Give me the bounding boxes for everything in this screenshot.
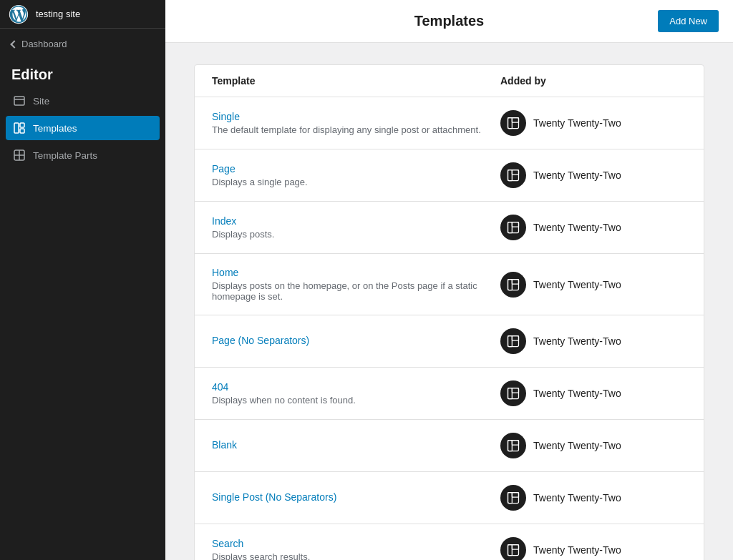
template-name[interactable]: Page (No Separators) xyxy=(212,335,500,346)
svg-rect-22 xyxy=(508,388,519,399)
template-name[interactable]: Single Post (No Separators) xyxy=(212,491,500,503)
template-name[interactable]: Blank xyxy=(212,439,500,451)
wp-logo-icon[interactable] xyxy=(9,4,29,24)
template-info: Single Post (No Separators) xyxy=(212,491,500,505)
template-info: Page (No Separators) xyxy=(212,335,500,348)
table-row[interactable]: 404 Displays when no content is found. T… xyxy=(195,368,704,420)
added-by-label: Twenty Twenty-Two xyxy=(533,440,621,451)
table-row[interactable]: Index Displays posts. Twenty Twenty-Two xyxy=(195,202,704,254)
svg-rect-9 xyxy=(512,118,518,123)
added-by-label: Twenty Twenty-Two xyxy=(533,388,621,399)
added-by-cell: Twenty Twenty-Two xyxy=(500,485,686,511)
template-info: Search Displays search results. xyxy=(212,538,500,560)
sidebar-header: testing site xyxy=(0,0,165,29)
sidebar-item-template-parts[interactable]: Template Parts xyxy=(6,143,160,167)
svg-rect-12 xyxy=(512,170,518,175)
topbar: Templates Add New xyxy=(165,0,733,43)
template-info: Blank xyxy=(212,439,500,453)
svg-rect-26 xyxy=(508,441,513,451)
svg-rect-15 xyxy=(512,222,518,227)
svg-rect-31 xyxy=(508,545,519,556)
svg-rect-11 xyxy=(508,170,513,181)
added-by-label: Twenty Twenty-Two xyxy=(533,335,621,347)
templates-table: Template Added by Single The default tem… xyxy=(194,64,704,560)
svg-rect-17 xyxy=(508,279,513,290)
svg-rect-16 xyxy=(508,279,519,290)
svg-rect-10 xyxy=(508,170,519,181)
site-icon xyxy=(13,94,26,107)
table-row[interactable]: Search Displays search results. Twenty T… xyxy=(195,524,704,560)
template-description: Displays posts. xyxy=(212,229,500,240)
added-by-label: Twenty Twenty-Two xyxy=(533,170,621,181)
svg-rect-3 xyxy=(14,123,19,133)
added-by-label: Twenty Twenty-Two xyxy=(533,222,621,233)
add-new-button[interactable]: Add New xyxy=(658,10,719,32)
template-name[interactable]: Index xyxy=(212,215,500,227)
template-description: Displays a single page. xyxy=(212,177,500,187)
added-by-cell: Twenty Twenty-Two xyxy=(500,272,686,298)
dashboard-link[interactable]: Dashboard xyxy=(0,29,165,59)
template-name[interactable]: Single xyxy=(212,111,500,122)
added-by-label: Twenty Twenty-Two xyxy=(533,544,621,556)
template-description: The default template for displaying any … xyxy=(212,124,500,135)
added-by-label: Twenty Twenty-Two xyxy=(533,279,621,290)
svg-rect-24 xyxy=(512,388,518,393)
dashboard-link-label: Dashboard xyxy=(21,39,67,49)
template-name[interactable]: Search xyxy=(212,538,500,549)
template-name[interactable]: Home xyxy=(212,267,500,278)
svg-rect-19 xyxy=(508,336,519,347)
svg-rect-20 xyxy=(508,336,513,347)
svg-rect-8 xyxy=(508,118,513,129)
table-row[interactable]: Page (No Separators) Twenty Twenty-Two xyxy=(195,315,704,368)
table-row[interactable]: Single The default template for displayi… xyxy=(195,97,704,149)
theme-icon xyxy=(500,272,526,298)
svg-rect-1 xyxy=(14,97,24,105)
sidebar: testing site Dashboard Editor Site Templ… xyxy=(0,0,165,560)
svg-rect-4 xyxy=(20,123,24,127)
col-header-template: Template xyxy=(212,75,500,87)
svg-rect-13 xyxy=(508,222,519,233)
theme-icon xyxy=(500,537,526,560)
table-row[interactable]: Home Displays posts on the homepage, or … xyxy=(195,254,704,315)
template-description: Displays when no content is found. xyxy=(212,395,500,406)
template-info: Home Displays posts on the homepage, or … xyxy=(212,267,500,302)
sidebar-item-templates[interactable]: Templates xyxy=(6,116,160,140)
template-name[interactable]: 404 xyxy=(212,381,500,393)
added-by-cell: Twenty Twenty-Two xyxy=(500,537,686,560)
templates-icon xyxy=(13,122,26,134)
theme-icon xyxy=(500,328,526,354)
svg-rect-18 xyxy=(512,279,518,284)
svg-rect-5 xyxy=(20,129,24,133)
added-by-cell: Twenty Twenty-Two xyxy=(500,433,686,458)
sidebar-item-template-parts-label: Template Parts xyxy=(33,150,97,161)
added-by-cell: Twenty Twenty-Two xyxy=(500,328,686,354)
svg-rect-7 xyxy=(508,118,519,129)
theme-icon xyxy=(500,162,526,188)
added-by-label: Twenty Twenty-Two xyxy=(533,117,621,129)
col-header-added-by: Added by xyxy=(500,75,686,87)
template-description: Displays search results. xyxy=(212,551,500,560)
added-by-label: Twenty Twenty-Two xyxy=(533,492,621,503)
svg-rect-33 xyxy=(512,545,518,550)
theme-icon xyxy=(500,215,526,240)
template-info: Index Displays posts. xyxy=(212,215,500,240)
page-title: Templates xyxy=(414,13,484,29)
table-header: Template Added by xyxy=(195,65,704,97)
editor-label: Editor xyxy=(0,59,165,87)
theme-icon xyxy=(500,380,526,406)
svg-rect-14 xyxy=(508,222,513,233)
template-name[interactable]: Page xyxy=(212,163,500,175)
table-body: Single The default template for displayi… xyxy=(195,97,704,560)
svg-rect-30 xyxy=(512,493,518,498)
table-row[interactable]: Blank Twenty Twenty-Two xyxy=(195,420,704,472)
added-by-cell: Twenty Twenty-Two xyxy=(500,110,686,136)
sidebar-item-templates-label: Templates xyxy=(33,123,77,134)
sidebar-item-site[interactable]: Site xyxy=(6,89,160,113)
chevron-left-icon xyxy=(10,40,18,48)
template-description: Displays posts on the homepage, or on th… xyxy=(212,280,500,302)
theme-icon xyxy=(500,433,526,458)
theme-icon xyxy=(500,110,526,136)
table-row[interactable]: Page Displays a single page. Twenty Twen… xyxy=(195,149,704,202)
svg-rect-32 xyxy=(508,545,513,556)
table-row[interactable]: Single Post (No Separators) Twenty Twent… xyxy=(195,472,704,524)
